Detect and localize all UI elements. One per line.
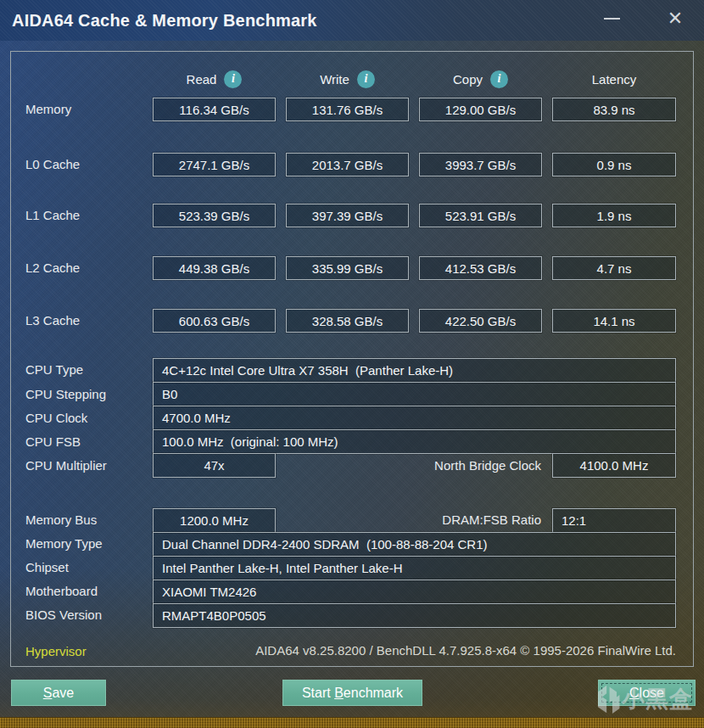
titlebar: AIDA64 Cache & Memory Benchmark ✕ xyxy=(0,0,704,41)
chipset-label: Chipset xyxy=(25,559,69,576)
memory-read-value: 116.34 GB/s xyxy=(153,98,276,121)
write-header-label: Write xyxy=(320,72,349,87)
l0-latency-value: 0.9 ns xyxy=(552,153,676,176)
bios-version-label: BIOS Version xyxy=(25,607,102,624)
close-button-mnemonic: C xyxy=(629,686,640,701)
hypervisor-label: Hypervisor xyxy=(25,643,87,660)
l2-read-value: 449.38 GB/s xyxy=(153,256,276,280)
memory-type-label: Memory Type xyxy=(25,535,103,552)
memory-bus-value: 1200.0 MHz xyxy=(153,508,276,533)
info-icon[interactable]: i xyxy=(490,70,508,88)
row-label-l1-cache: L1 Cache xyxy=(25,207,80,224)
l0-read-value: 2747.1 GB/s xyxy=(153,153,276,176)
column-header-read: Read i xyxy=(153,68,276,90)
l3-write-value: 328.58 GB/s xyxy=(286,309,409,333)
start-benchmark-button[interactable]: Start Benchmark xyxy=(282,680,422,706)
memory-bus-label: Memory Bus xyxy=(25,512,97,529)
l2-write-value: 335.99 GB/s xyxy=(286,256,409,280)
cpu-multiplier-value: 47x xyxy=(153,453,276,478)
minimize-button[interactable] xyxy=(597,7,626,31)
cpu-stepping-label: CPU Stepping xyxy=(25,386,106,403)
bottom-strip xyxy=(0,717,704,728)
memory-latency-value: 83.9 ns xyxy=(552,98,676,121)
l3-copy-value: 422.50 GB/s xyxy=(419,309,542,333)
column-header-copy: Copy i xyxy=(419,68,542,90)
minimize-icon xyxy=(604,18,620,20)
column-header-latency: Latency xyxy=(552,68,676,90)
l0-write-value: 2013.7 GB/s xyxy=(286,153,409,176)
dram-fsb-ratio-label: DRAM:FSB Ratio xyxy=(356,512,541,529)
l1-write-value: 397.39 GB/s xyxy=(286,204,409,227)
row-label-memory: Memory xyxy=(25,101,71,118)
l2-copy-value: 412.53 GB/s xyxy=(419,256,542,280)
row-label-l0-cache: L0 Cache xyxy=(25,156,80,173)
read-header-label: Read xyxy=(187,72,217,87)
l3-read-value: 600.63 GB/s xyxy=(153,309,276,333)
start-button-prefix: Start xyxy=(302,686,334,701)
l3-latency-value: 14.1 ns xyxy=(552,309,676,333)
close-button-label: lose xyxy=(640,686,664,701)
l0-copy-value: 3993.7 GB/s xyxy=(419,153,542,176)
version-copyright-text: AIDA64 v8.25.8200 / BenchDLL 4.7.925.8-x… xyxy=(255,643,676,658)
cpu-stepping-value: B0 xyxy=(153,382,676,406)
row-label-l3-cache: L3 Cache xyxy=(25,312,80,329)
window-close-button[interactable]: ✕ xyxy=(660,3,690,34)
l1-read-value: 523.39 GB/s xyxy=(153,204,276,227)
save-button-mnemonic: S xyxy=(43,686,53,701)
l1-latency-value: 1.9 ns xyxy=(552,204,676,227)
l2-latency-value: 4.7 ns xyxy=(552,256,676,280)
memory-type-value: Dual Channel DDR4-2400 SDRAM (100-88-88-… xyxy=(153,532,676,557)
save-button-label: ave xyxy=(52,686,74,701)
cpu-type-label: CPU Type xyxy=(25,361,83,378)
window-title: AIDA64 Cache & Memory Benchmark xyxy=(12,11,317,31)
dram-fsb-ratio-value: 12:1 xyxy=(552,508,676,533)
close-button[interactable]: Close xyxy=(598,680,696,706)
chipset-value: Intel Panther Lake-H, Intel Panther Lake… xyxy=(153,556,676,580)
aida64-benchmark-window: AIDA64 Cache & Memory Benchmark ✕ Read i… xyxy=(0,0,704,728)
memory-copy-value: 129.00 GB/s xyxy=(419,98,542,121)
row-label-l2-cache: L2 Cache xyxy=(25,260,80,277)
motherboard-label: Motherboard xyxy=(25,583,98,600)
info-icon[interactable]: i xyxy=(224,70,242,88)
info-icon[interactable]: i xyxy=(357,70,375,88)
latency-header-label: Latency xyxy=(592,72,637,87)
save-button[interactable]: Save xyxy=(11,680,106,706)
north-bridge-clock-label: North Bridge Clock xyxy=(356,457,541,474)
start-button-label: enchmark xyxy=(344,686,403,701)
motherboard-value: XIAOMI TM2426 xyxy=(153,580,676,604)
start-button-mnemonic: B xyxy=(334,686,344,701)
memory-write-value: 131.76 GB/s xyxy=(286,98,409,121)
bios-version-value: RMAPT4B0P0505 xyxy=(153,603,676,628)
cpu-multiplier-label: CPU Multiplier xyxy=(25,457,107,474)
close-icon: ✕ xyxy=(668,8,683,29)
copy-header-label: Copy xyxy=(453,72,483,87)
cpu-clock-label: CPU Clock xyxy=(25,410,87,427)
column-header-write: Write i xyxy=(286,68,409,90)
cpu-type-value: 4C+12c Intel Core Ultra X7 358H (Panther… xyxy=(153,358,676,383)
cpu-fsb-value: 100.0 MHz (original: 100 MHz) xyxy=(153,429,676,454)
cpu-fsb-label: CPU FSB xyxy=(25,434,81,451)
l1-copy-value: 523.91 GB/s xyxy=(419,204,542,227)
cpu-clock-value: 4700.0 MHz xyxy=(153,406,676,430)
north-bridge-clock-value: 4100.0 MHz xyxy=(552,453,676,478)
